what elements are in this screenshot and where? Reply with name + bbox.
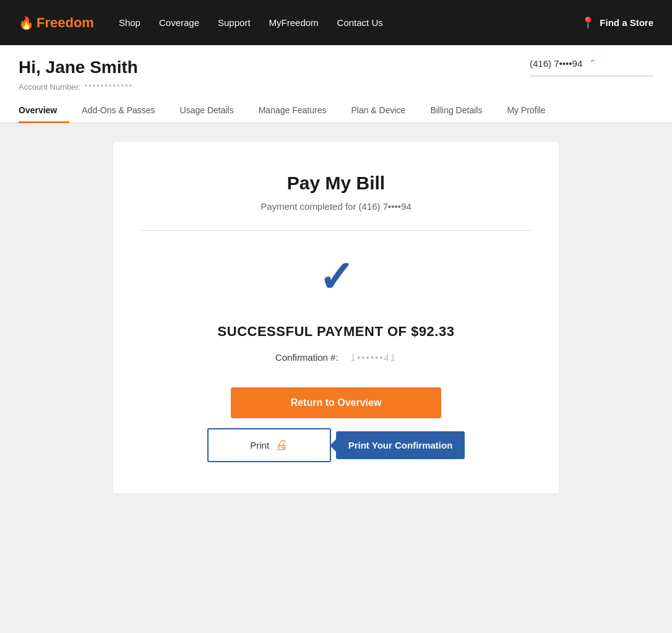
confirmation-value: 1••••••41 <box>351 352 397 363</box>
tab-overview[interactable]: Overview <box>19 98 69 123</box>
find-store-link[interactable]: 📍 Find a Store <box>581 16 653 30</box>
nav-contact-us[interactable]: Contact Us <box>337 17 383 28</box>
printer-icon: 🖨 <box>275 438 288 452</box>
chevron-up-icon: ⌃ <box>588 58 597 69</box>
phone-selector[interactable]: (416) 7••••94 ⌃ <box>530 58 653 77</box>
confirmation-row: Confirmation #: 1••••••41 <box>138 352 534 363</box>
print-button[interactable]: Print 🖨 <box>207 428 331 462</box>
phone-number: (416) 7••••94 <box>530 58 582 69</box>
top-navigation: 🔥 Freedom Shop Coverage Support MyFreedo… <box>0 0 672 45</box>
tabs-navigation: Overview Add-Ons & Passes Usage Details … <box>19 98 653 123</box>
return-to-overview-button[interactable]: Return to Overview <box>231 387 441 418</box>
print-button-container: Print 🖨 Print Your Confirmation <box>138 428 534 462</box>
user-info: Hi, Jane Smith Account Number: •••••••••… <box>19 58 138 92</box>
logo-text: Freedom <box>37 15 94 31</box>
greeting: Hi, Jane Smith <box>19 58 138 77</box>
subtitle-prefix: Payment completed for (416) 7 <box>261 201 388 212</box>
tab-plan-device[interactable]: Plan & Device <box>351 98 418 123</box>
location-icon: 📍 <box>581 16 595 30</box>
checkmark-container: ✓ <box>138 256 534 299</box>
subtitle-suffix: 94 <box>401 201 411 212</box>
payment-amount: $92.33 <box>411 324 454 339</box>
print-label: Print <box>250 440 269 450</box>
tab-usage[interactable]: Usage Details <box>180 98 246 123</box>
main-content: Pay My Bill Payment completed for (416) … <box>0 123 672 512</box>
logo[interactable]: 🔥 Freedom <box>19 15 94 31</box>
header-area: Hi, Jane Smith Account Number: •••••••••… <box>0 45 672 123</box>
nav-myfreedom[interactable]: MyFreedom <box>269 17 319 28</box>
nav-coverage[interactable]: Coverage <box>159 17 199 28</box>
payment-card: Pay My Bill Payment completed for (416) … <box>113 142 559 493</box>
flame-icon: 🔥 <box>19 15 34 30</box>
tab-manage-features[interactable]: Manage Features <box>259 98 339 123</box>
find-store-label: Find a Store <box>600 17 653 28</box>
success-label: SUCCESSFUL PAYMENT OF <box>218 324 407 339</box>
card-title: Pay My Bill <box>138 173 534 194</box>
confirmation-label: Confirmation #: <box>275 352 338 363</box>
card-subtitle: Payment completed for (416) 7••••94 <box>138 201 534 212</box>
tooltip-text: Print Your Confirmation <box>348 440 453 450</box>
tab-my-profile[interactable]: My Profile <box>507 98 558 123</box>
tab-billing[interactable]: Billing Details <box>430 98 494 123</box>
success-text: SUCCESSFUL PAYMENT OF $92.33 <box>138 324 534 340</box>
account-number-value: •••••••••••• <box>84 81 133 90</box>
account-number-label: Account Number: <box>19 82 80 92</box>
divider <box>138 230 534 231</box>
nav-links: Shop Coverage Support MyFreedom Contact … <box>119 17 581 28</box>
print-tooltip: Print Your Confirmation <box>336 431 465 459</box>
tab-addons[interactable]: Add-Ons & Passes <box>82 98 167 123</box>
subtitle-masked: •••• <box>388 201 401 212</box>
nav-shop[interactable]: Shop <box>119 17 140 28</box>
success-checkmark-icon: ✓ <box>318 256 355 299</box>
nav-support[interactable]: Support <box>218 17 251 28</box>
header-top: Hi, Jane Smith Account Number: •••••••••… <box>19 58 653 92</box>
